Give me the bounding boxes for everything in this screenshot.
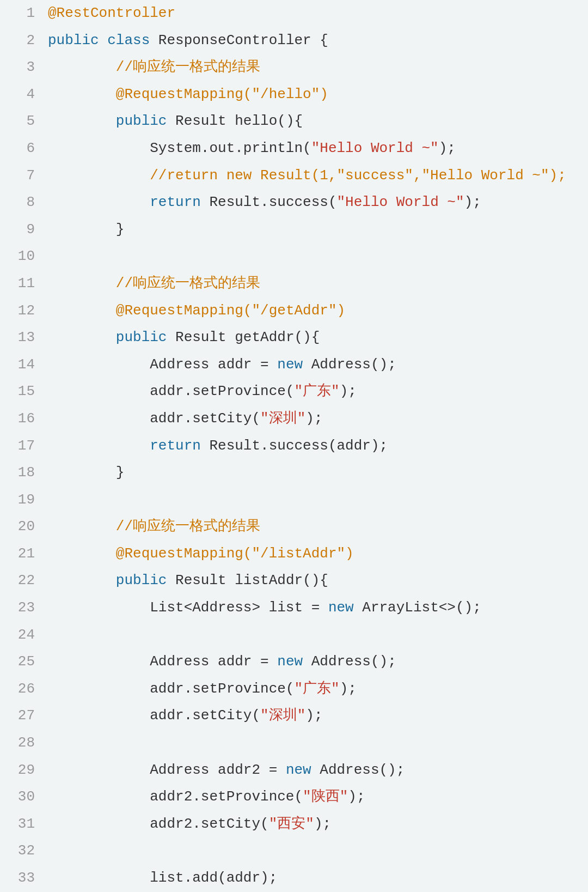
line-number: 21 bbox=[0, 541, 44, 568]
code-line: 5 public Result hello(){ bbox=[0, 108, 588, 135]
code-line: 4 @RequestMapping("/hello") bbox=[0, 81, 588, 108]
token-comment: //响应统一格式的结果 bbox=[48, 518, 260, 535]
line-number: 33 bbox=[0, 865, 44, 892]
token-kw: public bbox=[48, 32, 107, 48]
code-line: 9 } bbox=[0, 216, 588, 244]
code-line: 20 //响应统一格式的结果 bbox=[0, 513, 588, 541]
token-plain: Address(); bbox=[320, 762, 405, 778]
line-number: 7 bbox=[0, 162, 44, 190]
code-line: 30 addr2.setProvince("陕西"); bbox=[0, 784, 588, 811]
token-kw: return bbox=[150, 438, 209, 454]
line-number: 15 bbox=[0, 378, 44, 405]
token-plain: Result hello(){ bbox=[175, 113, 303, 129]
code-line: 15 addr.setProvince("广东"); bbox=[0, 378, 588, 405]
code-line: 6 System.out.println("Hello World ~"); bbox=[0, 135, 588, 162]
code-container: 1@RestController2public class ResponseCo… bbox=[0, 0, 588, 892]
code-line: 22 public Result listAddr(){ bbox=[0, 567, 588, 594]
line-number: 27 bbox=[0, 702, 44, 730]
line-content: return Result.success(addr); bbox=[44, 433, 588, 460]
token-kw: new bbox=[328, 599, 362, 616]
token-comment: //响应统一格式的结果 bbox=[48, 275, 260, 292]
code-line: 3 //响应统一格式的结果 bbox=[0, 54, 588, 81]
token-string: "深圳" bbox=[260, 410, 305, 427]
line-content: addr.setCity("深圳"); bbox=[44, 405, 588, 433]
token-kw: class bbox=[107, 32, 158, 48]
token-string: "西安" bbox=[269, 816, 314, 832]
token-plain: addr.setProvince( bbox=[48, 383, 294, 399]
line-number: 1 bbox=[0, 0, 44, 27]
line-number: 3 bbox=[0, 54, 44, 81]
code-line: 8 return Result.success("Hello World ~")… bbox=[0, 189, 588, 216]
token-annotation: @RequestMapping("/getAddr") bbox=[116, 302, 345, 319]
line-content: } bbox=[44, 459, 588, 487]
code-line: 13 public Result getAddr(){ bbox=[0, 324, 588, 351]
token-plain: Address(); bbox=[311, 356, 396, 373]
token-plain: Result.success( bbox=[209, 194, 336, 210]
token-plain: Result.success(addr); bbox=[209, 438, 388, 454]
code-line: 2public class ResponseController { bbox=[0, 27, 588, 54]
token-plain: ); bbox=[340, 383, 357, 399]
line-content: //响应统一格式的结果 bbox=[44, 270, 588, 298]
code-line: 24 bbox=[0, 622, 588, 649]
code-line: 19 bbox=[0, 487, 588, 514]
line-content bbox=[44, 622, 588, 649]
line-content: public Result hello(){ bbox=[44, 108, 588, 135]
code-line: 23 List<Address> list = new ArrayList<>(… bbox=[0, 594, 588, 622]
line-number: 17 bbox=[0, 433, 44, 460]
line-content: @RequestMapping("/listAddr") bbox=[44, 541, 588, 568]
line-number: 14 bbox=[0, 351, 44, 379]
line-content: addr.setProvince("广东"); bbox=[44, 378, 588, 405]
token-kw: public bbox=[116, 572, 175, 588]
token-plain: ArrayList<>(); bbox=[362, 599, 481, 616]
token-comment: //return new Result(1,"success","Hello W… bbox=[150, 167, 566, 184]
token-string: "Hello World ~" bbox=[337, 194, 464, 210]
line-content: @RestController bbox=[44, 0, 588, 27]
token-kw: new bbox=[277, 356, 311, 373]
code-line: 31 addr2.setCity("西安"); bbox=[0, 811, 588, 838]
token-plain: ); bbox=[305, 410, 322, 427]
token-plain bbox=[48, 545, 116, 562]
line-content: addr.setProvince("广东"); bbox=[44, 676, 588, 703]
line-content: list.add(addr); bbox=[44, 865, 588, 892]
line-number: 30 bbox=[0, 784, 44, 811]
token-plain bbox=[48, 572, 116, 588]
line-number: 19 bbox=[0, 487, 44, 514]
line-content bbox=[44, 487, 588, 514]
line-number: 6 bbox=[0, 135, 44, 162]
token-annotation: @RequestMapping("/listAddr") bbox=[116, 545, 354, 562]
token-plain: Result listAddr(){ bbox=[175, 572, 328, 588]
code-line: 21 @RequestMapping("/listAddr") bbox=[0, 541, 588, 568]
code-line: 29 Address addr2 = new Address(); bbox=[0, 757, 588, 784]
code-line: 11 //响应统一格式的结果 bbox=[0, 270, 588, 298]
line-content: return Result.success("Hello World ~"); bbox=[44, 189, 588, 216]
line-content: @RequestMapping("/getAddr") bbox=[44, 298, 588, 325]
token-string: "陕西" bbox=[303, 788, 348, 805]
line-number: 12 bbox=[0, 298, 44, 325]
line-number: 29 bbox=[0, 757, 44, 784]
line-number: 24 bbox=[0, 622, 44, 649]
line-content: addr2.setCity("西安"); bbox=[44, 811, 588, 838]
line-content: List<Address> list = new ArrayList<>(); bbox=[44, 594, 588, 622]
token-plain: Result getAddr(){ bbox=[175, 329, 320, 345]
token-annotation: @RestController bbox=[48, 5, 175, 21]
token-comment: //响应统一格式的结果 bbox=[48, 59, 260, 75]
line-number: 22 bbox=[0, 567, 44, 594]
token-plain: list.add(addr); bbox=[48, 870, 277, 886]
token-plain bbox=[48, 194, 150, 210]
line-number: 8 bbox=[0, 189, 44, 216]
line-number: 25 bbox=[0, 648, 44, 676]
code-line: 18 } bbox=[0, 459, 588, 487]
token-plain bbox=[48, 113, 116, 129]
code-line: 12 @RequestMapping("/getAddr") bbox=[0, 298, 588, 325]
line-number: 18 bbox=[0, 459, 44, 487]
line-number: 32 bbox=[0, 838, 44, 865]
line-content: public Result listAddr(){ bbox=[44, 567, 588, 594]
code-line: 33 list.add(addr); bbox=[0, 865, 588, 892]
code-table: 1@RestController2public class ResponseCo… bbox=[0, 0, 588, 892]
token-plain: ); bbox=[464, 194, 481, 210]
code-line: 32 bbox=[0, 838, 588, 865]
line-number: 23 bbox=[0, 594, 44, 622]
line-content: addr.setCity("深圳"); bbox=[44, 702, 588, 730]
token-plain bbox=[48, 329, 116, 345]
token-kw: public bbox=[116, 113, 175, 129]
